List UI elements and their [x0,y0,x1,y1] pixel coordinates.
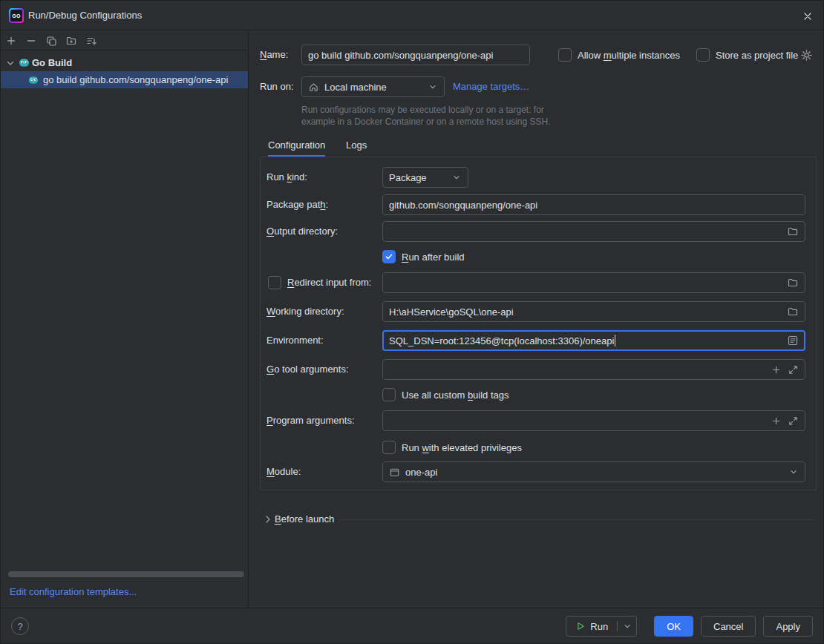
chevron-down-icon [4,57,16,69]
tree-item-label: go build github.com/songquanpeng/one-api [43,74,228,85]
copy-configuration-button[interactable] [45,34,58,47]
new-folder-icon [65,35,77,47]
horizontal-scrollbar[interactable] [8,571,244,577]
checkbox-unchecked-icon [696,48,710,62]
module-dropdown[interactable]: one-api [382,461,805,482]
add-configuration-button[interactable] [4,34,18,47]
name-label: Name: [260,45,288,65]
store-options-gear-button[interactable] [800,49,813,62]
configurations-sidebar: Go Build go build github.com/songquanpen… [1,31,249,608]
run-options-arrow[interactable] [617,621,636,631]
run-button[interactable]: Run [566,621,617,632]
question-icon: ? [17,621,22,632]
run-after-build-checkbox[interactable]: Run after build [382,250,465,263]
go-run-config-icon [28,75,39,85]
folder-icon[interactable] [787,306,799,318]
text-caret [615,335,615,346]
use-custom-build-tags-checkbox[interactable]: Use all custom build tags [382,388,509,401]
allow-multiple-instances-checkbox[interactable]: Allow multiple instances [558,48,680,62]
use-custom-build-tags-label: Use all custom build tags [402,390,509,401]
before-launch-label[interactable]: Before launch [275,509,334,530]
tree-item-go-build-one-api[interactable]: go build github.com/songquanpeng/one-api [1,71,248,88]
sort-icon [85,35,97,47]
footer-buttons: Run OK Cancel Apply [566,616,813,637]
close-button[interactable] [798,7,817,26]
folder-icon[interactable] [787,277,799,289]
expand-icon[interactable] [788,415,799,427]
name-input[interactable]: go build github.com/songquanpeng/one-api [301,45,530,65]
module-label: Module: [267,461,301,482]
home-icon [308,82,319,93]
folder-icon[interactable] [787,226,799,237]
environment-value: SQL_DSN=root:123456@tcp(localhost:3306)/… [389,335,614,346]
sidebar-toolbar [1,31,248,50]
chevron-down-icon [622,621,632,631]
output-directory-input[interactable] [382,221,805,242]
main-panel: Name: go build github.com/songquanpeng/o… [249,31,823,608]
cancel-button[interactable]: Cancel [701,616,756,637]
plus-icon [5,35,17,47]
program-arguments-input[interactable] [382,410,805,431]
run-on-value: Local machine [324,82,387,93]
chevron-down-icon [451,172,462,183]
apply-button[interactable]: Apply [763,616,813,637]
run-split-button[interactable]: Run [566,616,637,637]
sort-configurations-button[interactable] [85,34,98,47]
close-icon [802,11,813,22]
new-folder-button[interactable] [65,34,78,47]
store-as-project-file-label: Store as project file [716,50,798,61]
go-tool-arguments-input[interactable] [382,359,805,380]
environment-input[interactable]: SQL_DSN=root:123456@tcp(localhost:3306)/… [382,330,805,351]
manage-targets-link[interactable]: Manage targets… [453,76,529,97]
before-launch-section: Before launch [249,509,823,530]
before-launch-divider [339,519,814,520]
browse-variables-icon[interactable] [787,335,799,346]
goland-app-icon: GO [9,8,24,23]
package-path-value: github.com/songquanpeng/one-api [389,200,537,211]
output-directory-label: Output directory: [267,221,338,242]
checkbox-unchecked-icon [382,388,396,401]
configuration-form: Run kind: Package Package path: github.c… [260,157,817,490]
module-value: one-api [405,467,437,478]
working-directory-input[interactable]: H:\aHService\goSQL\one-api [382,301,805,322]
go-build-icon [19,57,30,68]
run-kind-value: Package [389,172,427,183]
environment-label: Environment: [267,330,324,351]
redirect-input-checkbox[interactable] [268,276,281,289]
window-title: Run/Debug Configurations [28,1,142,30]
tree-group-go-build[interactable]: Go Build [1,54,248,71]
dialog-footer: ? Run OK Cancel Apply [1,608,823,643]
run-kind-label: Run kind: [267,167,307,188]
chevron-down-icon [788,467,799,477]
checkbox-checked-icon [382,250,396,263]
checkbox-unchecked-icon [268,276,281,289]
working-directory-label: Working directory: [267,301,344,322]
run-kind-dropdown[interactable]: Package [382,167,468,188]
redirect-input-from-input[interactable] [382,272,805,293]
store-as-project-file-checkbox[interactable]: Store as project file [696,48,798,62]
allow-multiple-instances-label: Allow multiple instances [578,50,680,61]
run-elevated-privileges-checkbox[interactable]: Run with elevated privileges [382,441,522,454]
working-directory-value: H:\aHService\goSQL\one-api [389,306,514,318]
package-path-input[interactable]: github.com/songquanpeng/one-api [382,194,805,215]
title-bar: GO Run/Debug Configurations [1,1,823,30]
minus-icon [25,35,37,47]
run-on-hint-line2: example in a Docker Container or on a re… [301,116,551,127]
run-debug-configurations-dialog: GO Run/Debug Configurations [0,0,824,644]
remove-configuration-button[interactable] [24,34,38,47]
add-icon[interactable] [771,364,782,375]
edit-configuration-templates-link[interactable]: Edit configuration templates... [10,586,137,597]
chevron-right-icon[interactable] [262,513,274,525]
redirect-input-label: Redirect input from: [287,272,371,293]
ok-button[interactable]: OK [654,616,693,637]
copy-icon [45,35,57,47]
tab-configuration[interactable]: Configuration [268,137,325,157]
module-icon [389,467,400,478]
checkbox-unchecked-icon [382,441,396,454]
expand-icon[interactable] [788,364,799,375]
package-path-label: Package path: [267,194,328,215]
run-on-dropdown[interactable]: Local machine [301,76,445,97]
help-button[interactable]: ? [11,617,29,635]
add-icon[interactable] [771,415,782,427]
tab-logs[interactable]: Logs [346,137,367,157]
